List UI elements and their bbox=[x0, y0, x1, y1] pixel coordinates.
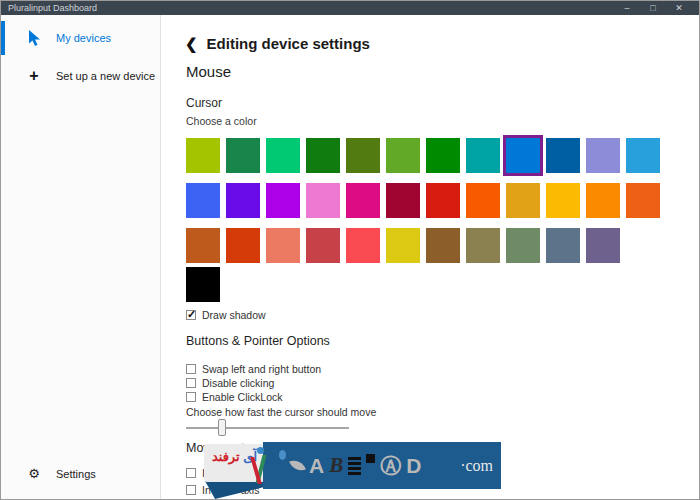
enable-clicklock-row[interactable]: Enable ClickLock bbox=[186, 391, 283, 403]
color-swatch[interactable] bbox=[466, 138, 500, 173]
color-swatch[interactable] bbox=[186, 183, 220, 218]
watermark-logo-letter: A bbox=[309, 455, 324, 476]
watermark-logo-letter: D bbox=[406, 455, 421, 476]
color-swatch[interactable] bbox=[426, 228, 460, 263]
checkbox-label: Swap left and right button bbox=[202, 363, 321, 375]
window-controls: – □ ✕ bbox=[614, 1, 692, 15]
color-swatch[interactable] bbox=[386, 183, 420, 218]
cursor-arrow-icon bbox=[25, 30, 43, 47]
color-swatch[interactable] bbox=[546, 228, 580, 263]
slider-thumb[interactable] bbox=[218, 419, 226, 436]
disable-clicking-row[interactable]: Disable clicking bbox=[186, 377, 274, 389]
device-title: Mouse bbox=[186, 63, 231, 80]
color-swatch[interactable] bbox=[266, 138, 300, 173]
color-swatch[interactable] bbox=[266, 183, 300, 218]
color-swatch[interactable] bbox=[186, 267, 220, 302]
swap-buttons-row[interactable]: Swap left and right button bbox=[186, 363, 321, 375]
checkbox-label: Disable clicking bbox=[202, 377, 274, 389]
slider-track[interactable] bbox=[186, 427, 349, 429]
color-row bbox=[186, 228, 660, 263]
color-swatch[interactable] bbox=[626, 138, 660, 173]
color-swatch-selected[interactable] bbox=[506, 138, 540, 173]
watermark-com-text: ·com bbox=[460, 457, 493, 475]
maximize-button[interactable]: □ bbox=[640, 1, 666, 15]
app-window: Pluralinput Dashboard – □ ✕ My devices +… bbox=[0, 0, 700, 500]
back-header[interactable]: ❮ Editing device settings bbox=[185, 35, 370, 52]
draw-shadow-checkbox[interactable] bbox=[186, 310, 196, 320]
color-swatch[interactable] bbox=[586, 138, 620, 173]
color-swatch[interactable] bbox=[386, 138, 420, 173]
color-swatch[interactable] bbox=[626, 183, 660, 218]
color-swatch[interactable] bbox=[506, 183, 540, 218]
color-swatch[interactable] bbox=[546, 183, 580, 218]
color-swatch[interactable] bbox=[386, 228, 420, 263]
color-swatch[interactable] bbox=[426, 138, 460, 173]
color-swatch[interactable] bbox=[546, 138, 580, 173]
color-swatch[interactable] bbox=[226, 183, 260, 218]
gear-icon: ⚙ bbox=[25, 467, 43, 481]
color-swatch[interactable] bbox=[346, 183, 380, 218]
plus-icon: + bbox=[25, 69, 43, 83]
color-swatch[interactable] bbox=[586, 228, 620, 263]
minimize-button[interactable]: – bbox=[614, 1, 640, 15]
color-row bbox=[186, 138, 660, 173]
title-bar: Pluralinput Dashboard – □ ✕ bbox=[1, 1, 699, 15]
page-header-title: Editing device settings bbox=[207, 35, 370, 52]
color-swatch[interactable] bbox=[226, 138, 260, 173]
sidebar-item-label: My devices bbox=[56, 32, 111, 44]
color-swatch[interactable] bbox=[306, 138, 340, 173]
color-row bbox=[186, 267, 660, 302]
main-content: ❮ Editing device settings Mouse Cursor C… bbox=[161, 15, 699, 499]
color-swatch[interactable] bbox=[306, 228, 340, 263]
buttons-section-heading: Buttons & Pointer Options bbox=[186, 334, 330, 348]
watermark-barcode-icon bbox=[348, 457, 361, 475]
checkbox-label: Enable ClickLock bbox=[202, 391, 283, 403]
cursor-section-heading: Cursor bbox=[186, 96, 222, 110]
color-row bbox=[186, 183, 660, 218]
enable-clicklock-checkbox[interactable] bbox=[186, 392, 196, 402]
watermark-square-icon bbox=[366, 454, 375, 463]
checkbox-label: Draw shadow bbox=[202, 309, 266, 321]
sidebar-item-my-devices[interactable]: My devices bbox=[1, 21, 160, 55]
color-swatch[interactable] bbox=[266, 228, 300, 263]
invert-x-axis-checkbox[interactable] bbox=[186, 468, 196, 478]
sidebar-item-label: Settings bbox=[56, 468, 96, 480]
color-swatch[interactable] bbox=[506, 228, 540, 263]
close-button[interactable]: ✕ bbox=[666, 1, 692, 15]
color-swatch[interactable] bbox=[226, 228, 260, 263]
sidebar-item-label: Set up a new device bbox=[56, 70, 155, 82]
watermark-logo-letter: Ⓐ bbox=[380, 455, 401, 476]
color-swatch[interactable] bbox=[186, 138, 220, 173]
watermark-i-dot-icon bbox=[279, 450, 286, 460]
color-swatch[interactable] bbox=[186, 228, 220, 263]
color-swatch[interactable] bbox=[346, 138, 380, 173]
color-swatch[interactable] bbox=[306, 183, 340, 218]
window-title: Pluralinput Dashboard bbox=[8, 3, 97, 13]
color-swatch[interactable] bbox=[466, 183, 500, 218]
color-swatch[interactable] bbox=[586, 183, 620, 218]
disable-clicking-checkbox[interactable] bbox=[186, 378, 196, 388]
color-swatch[interactable] bbox=[426, 183, 460, 218]
watermark-person-icon bbox=[253, 447, 269, 485]
draw-shadow-row[interactable]: Draw shadow bbox=[186, 309, 266, 321]
color-swatch[interactable] bbox=[346, 228, 380, 263]
color-swatch[interactable] bbox=[466, 228, 500, 263]
cursor-speed-slider[interactable] bbox=[186, 419, 349, 437]
sidebar: My devices + Set up a new device ⚙ Setti… bbox=[1, 15, 161, 499]
watermark-banner: A B Ⓐ D ·com bbox=[263, 442, 501, 489]
watermark-leaf-icon bbox=[289, 457, 306, 474]
swap-buttons-checkbox[interactable] bbox=[186, 364, 196, 374]
sidebar-item-set-up-new-device[interactable]: + Set up a new device bbox=[1, 59, 160, 93]
choose-color-label: Choose a color bbox=[186, 115, 257, 127]
back-chevron-icon[interactable]: ❮ bbox=[185, 36, 198, 51]
sidebar-item-settings[interactable]: ⚙ Settings bbox=[1, 457, 160, 491]
invert-y-axis-checkbox[interactable] bbox=[186, 485, 196, 495]
color-grid bbox=[186, 138, 660, 312]
cursor-speed-label: Choose how fast the cursor should move bbox=[186, 406, 376, 418]
watermark-logo-letter: B bbox=[329, 455, 343, 476]
